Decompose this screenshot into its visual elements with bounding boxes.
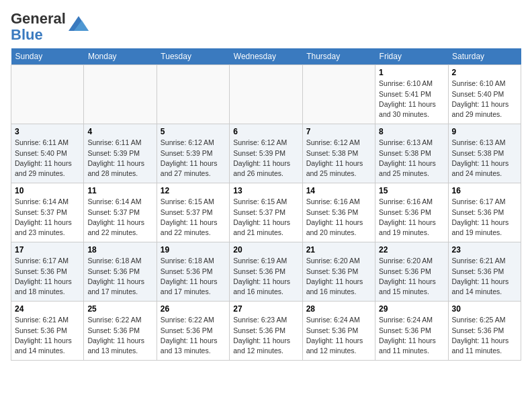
weekday-header-wednesday: Wednesday [230,48,302,65]
day-info: Sunrise: 6:22 AMSunset: 5:36 PMDaylight:… [161,315,226,356]
calendar-cell: 23Sunrise: 6:21 AMSunset: 5:36 PMDayligh… [448,242,521,302]
day-info: Sunrise: 6:18 AMSunset: 5:36 PMDaylight:… [161,256,226,297]
day-number: 9 [452,127,517,136]
day-number: 29 [379,304,444,314]
logo-general: General [11,10,66,27]
week-row-2: 10Sunrise: 6:14 AMSunset: 5:37 PMDayligh… [11,183,521,242]
week-row-4: 24Sunrise: 6:21 AMSunset: 5:36 PMDayligh… [11,302,521,361]
day-number: 1 [379,68,444,77]
calendar-cell: 29Sunrise: 6:24 AMSunset: 5:36 PMDayligh… [375,302,448,361]
day-info: Sunrise: 6:12 AMSunset: 5:38 PMDaylight:… [306,138,371,179]
weekday-header-friday: Friday [375,48,448,65]
day-info: Sunrise: 6:24 AMSunset: 5:36 PMDaylight:… [379,315,444,356]
weekday-header-monday: Monday [84,48,157,65]
week-row-3: 17Sunrise: 6:17 AMSunset: 5:36 PMDayligh… [11,242,521,302]
day-info: Sunrise: 6:10 AMSunset: 5:40 PMDaylight:… [452,79,517,120]
day-number: 8 [379,127,444,136]
day-info: Sunrise: 6:13 AMSunset: 5:38 PMDaylight:… [452,138,517,179]
day-number: 14 [306,186,371,195]
calendar-cell: 11Sunrise: 6:14 AMSunset: 5:37 PMDayligh… [84,183,157,242]
calendar-cell: 20Sunrise: 6:19 AMSunset: 5:36 PMDayligh… [230,242,302,302]
day-number: 17 [15,245,80,255]
day-info: Sunrise: 6:21 AMSunset: 5:36 PMDaylight:… [452,256,517,297]
day-number: 23 [452,245,517,255]
day-number: 26 [161,304,226,314]
calendar-cell [84,65,157,124]
logo-icon [69,16,89,31]
day-info: Sunrise: 6:22 AMSunset: 5:36 PMDaylight:… [87,315,152,356]
day-number: 30 [452,304,517,314]
calendar-cell: 22Sunrise: 6:20 AMSunset: 5:36 PMDayligh… [375,242,448,302]
day-info: Sunrise: 6:25 AMSunset: 5:36 PMDaylight:… [452,315,517,356]
calendar-cell [302,65,375,124]
day-info: Sunrise: 6:19 AMSunset: 5:36 PMDaylight:… [233,256,298,297]
day-info: Sunrise: 6:16 AMSunset: 5:36 PMDaylight:… [379,197,444,238]
calendar-table: SundayMondayTuesdayWednesdayThursdayFrid… [11,48,521,361]
day-number: 24 [15,304,80,314]
day-info: Sunrise: 6:11 AMSunset: 5:39 PMDaylight:… [87,138,152,179]
day-number: 5 [161,127,226,136]
day-info: Sunrise: 6:21 AMSunset: 5:36 PMDaylight:… [15,315,80,356]
calendar-cell: 21Sunrise: 6:20 AMSunset: 5:36 PMDayligh… [302,242,375,302]
calendar-cell: 2Sunrise: 6:10 AMSunset: 5:40 PMDaylight… [448,65,521,124]
calendar-cell [230,65,302,124]
day-info: Sunrise: 6:20 AMSunset: 5:36 PMDaylight:… [306,256,371,297]
day-info: Sunrise: 6:16 AMSunset: 5:36 PMDaylight:… [306,197,371,238]
day-number: 20 [233,245,298,255]
calendar-cell: 6Sunrise: 6:12 AMSunset: 5:39 PMDaylight… [230,124,302,183]
day-number: 18 [87,245,152,255]
day-number: 27 [233,304,298,314]
calendar-cell: 8Sunrise: 6:13 AMSunset: 5:38 PMDaylight… [375,124,448,183]
day-info: Sunrise: 6:18 AMSunset: 5:36 PMDaylight:… [87,256,152,297]
calendar-cell: 18Sunrise: 6:18 AMSunset: 5:36 PMDayligh… [84,242,157,302]
calendar-cell: 28Sunrise: 6:24 AMSunset: 5:36 PMDayligh… [302,302,375,361]
day-info: Sunrise: 6:23 AMSunset: 5:36 PMDaylight:… [233,315,298,356]
logo: General Blue [11,11,89,43]
day-number: 25 [87,304,152,314]
day-number: 21 [306,245,371,255]
weekday-header-sunday: Sunday [11,48,84,65]
day-number: 11 [87,186,152,195]
calendar-cell: 27Sunrise: 6:23 AMSunset: 5:36 PMDayligh… [230,302,302,361]
day-info: Sunrise: 6:14 AMSunset: 5:37 PMDaylight:… [15,197,80,238]
calendar-cell: 15Sunrise: 6:16 AMSunset: 5:36 PMDayligh… [375,183,448,242]
weekday-header-thursday: Thursday [302,48,375,65]
day-info: Sunrise: 6:11 AMSunset: 5:40 PMDaylight:… [15,138,80,179]
day-number: 7 [306,127,371,136]
calendar-cell: 25Sunrise: 6:22 AMSunset: 5:36 PMDayligh… [84,302,157,361]
calendar-cell [157,65,229,124]
day-info: Sunrise: 6:14 AMSunset: 5:37 PMDaylight:… [87,197,152,238]
calendar-cell: 17Sunrise: 6:17 AMSunset: 5:36 PMDayligh… [11,242,84,302]
day-info: Sunrise: 6:20 AMSunset: 5:36 PMDaylight:… [379,256,444,297]
day-info: Sunrise: 6:24 AMSunset: 5:36 PMDaylight:… [306,315,371,356]
day-number: 4 [87,127,152,136]
calendar-cell: 14Sunrise: 6:16 AMSunset: 5:36 PMDayligh… [302,183,375,242]
calendar-cell: 10Sunrise: 6:14 AMSunset: 5:37 PMDayligh… [11,183,84,242]
day-number: 12 [161,186,226,195]
day-number: 3 [15,127,80,136]
calendar-cell: 16Sunrise: 6:17 AMSunset: 5:36 PMDayligh… [448,183,521,242]
day-number: 15 [379,186,444,195]
logo-blue: Blue [11,26,43,43]
calendar-cell: 12Sunrise: 6:15 AMSunset: 5:37 PMDayligh… [157,183,229,242]
calendar-cell: 24Sunrise: 6:21 AMSunset: 5:36 PMDayligh… [11,302,84,361]
day-info: Sunrise: 6:17 AMSunset: 5:36 PMDaylight:… [15,256,80,297]
day-info: Sunrise: 6:15 AMSunset: 5:37 PMDaylight:… [161,197,226,238]
calendar-cell: 9Sunrise: 6:13 AMSunset: 5:38 PMDaylight… [448,124,521,183]
weekday-header-row: SundayMondayTuesdayWednesdayThursdayFrid… [11,48,521,65]
day-number: 16 [452,186,517,195]
day-number: 6 [233,127,298,136]
calendar-cell: 26Sunrise: 6:22 AMSunset: 5:36 PMDayligh… [157,302,229,361]
day-info: Sunrise: 6:12 AMSunset: 5:39 PMDaylight:… [161,138,226,179]
day-info: Sunrise: 6:15 AMSunset: 5:37 PMDaylight:… [233,197,298,238]
day-number: 22 [379,245,444,255]
day-info: Sunrise: 6:12 AMSunset: 5:39 PMDaylight:… [233,138,298,179]
calendar-cell: 7Sunrise: 6:12 AMSunset: 5:38 PMDaylight… [302,124,375,183]
day-number: 2 [452,68,517,77]
week-row-1: 3Sunrise: 6:11 AMSunset: 5:40 PMDaylight… [11,124,521,183]
day-info: Sunrise: 6:13 AMSunset: 5:38 PMDaylight:… [379,138,444,179]
calendar-cell: 5Sunrise: 6:12 AMSunset: 5:39 PMDaylight… [157,124,229,183]
day-info: Sunrise: 6:17 AMSunset: 5:36 PMDaylight:… [452,197,517,238]
calendar-cell: 3Sunrise: 6:11 AMSunset: 5:40 PMDaylight… [11,124,84,183]
calendar-cell: 1Sunrise: 6:10 AMSunset: 5:41 PMDaylight… [375,65,448,124]
